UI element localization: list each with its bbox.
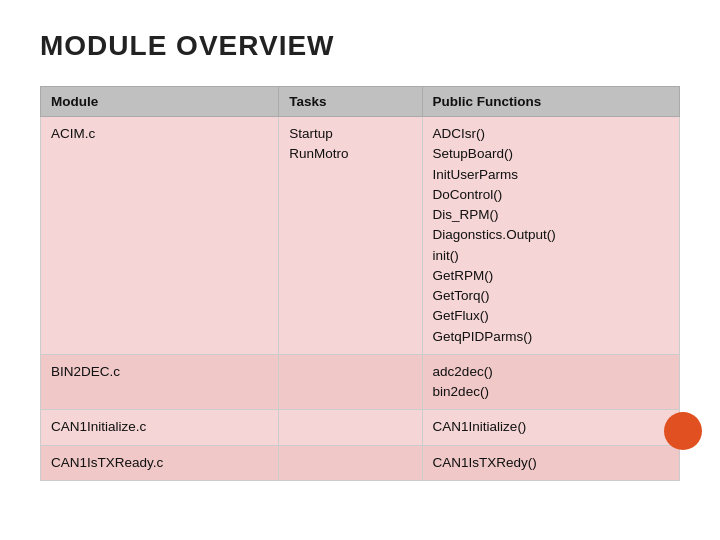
col-header-module: Module: [41, 87, 279, 117]
col-header-functions: Public Functions: [422, 87, 679, 117]
cell-module: BIN2DEC.c: [41, 354, 279, 410]
cell-tasks: [279, 410, 422, 445]
accent-circle: [664, 412, 702, 450]
col-header-tasks: Tasks: [279, 87, 422, 117]
cell-functions: adc2dec()bin2dec(): [422, 354, 679, 410]
page: MODULE OVERVIEW Module Tasks Public Func…: [0, 0, 720, 540]
cell-module: CAN1Initialize.c: [41, 410, 279, 445]
cell-tasks: [279, 445, 422, 480]
page-title: MODULE OVERVIEW: [40, 30, 680, 62]
cell-tasks: StartupRunMotro: [279, 117, 422, 355]
table-header-row: Module Tasks Public Functions: [41, 87, 680, 117]
cell-module: ACIM.c: [41, 117, 279, 355]
table-row: BIN2DEC.cadc2dec()bin2dec(): [41, 354, 680, 410]
table-row: CAN1IsTXReady.cCAN1IsTXRedy(): [41, 445, 680, 480]
cell-functions: CAN1Initialize(): [422, 410, 679, 445]
cell-functions: ADCIsr()SetupBoard()InitUserParmsDoContr…: [422, 117, 679, 355]
table-row: CAN1Initialize.cCAN1Initialize(): [41, 410, 680, 445]
cell-tasks: [279, 354, 422, 410]
module-overview-table: Module Tasks Public Functions ACIM.cStar…: [40, 86, 680, 481]
table-row: ACIM.cStartupRunMotroADCIsr()SetupBoard(…: [41, 117, 680, 355]
cell-functions: CAN1IsTXRedy(): [422, 445, 679, 480]
cell-module: CAN1IsTXReady.c: [41, 445, 279, 480]
